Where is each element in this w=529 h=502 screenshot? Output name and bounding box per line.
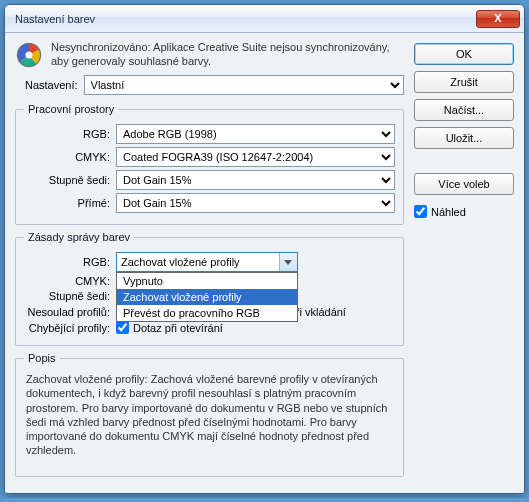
close-icon: X	[494, 13, 501, 24]
titlebar[interactable]: Nastavení barev X	[5, 5, 524, 33]
policy-rgb-option[interactable]: Vypnuto	[117, 273, 297, 289]
policy-rgb-option[interactable]: Zachovat vložené profily	[117, 289, 297, 305]
working-spaces-group: Pracovní prostory RGB: Adobe RGB (1998) …	[15, 103, 404, 225]
settings-select[interactable]: Vlastní	[84, 75, 404, 95]
ws-rgb-label: RGB:	[24, 128, 110, 140]
cancel-button[interactable]: Zrušit	[414, 71, 514, 93]
mismatch-label: Nesoulad profilů:	[24, 306, 110, 318]
ok-button[interactable]: OK	[414, 43, 514, 65]
description-legend: Popis	[24, 352, 60, 364]
missing-label: Chybějící profily:	[24, 322, 110, 334]
preview-checkbox[interactable]	[414, 205, 427, 218]
load-button[interactable]: Načíst...	[414, 99, 514, 121]
missing-ask-open-label: Dotaz při otevírání	[133, 322, 223, 334]
ws-rgb-select[interactable]: Adobe RGB (1998)	[116, 124, 395, 144]
settings-preset-row: Nastavení: Vlastní	[25, 75, 404, 95]
policy-gray-label: Stupně šedi:	[24, 290, 110, 302]
ws-gray-select[interactable]: Dot Gain 15%	[116, 170, 395, 190]
policy-rgb-value: Zachovat vložené profily	[121, 256, 240, 268]
ws-cmyk-label: CMYK:	[24, 151, 110, 163]
policy-rgb-dropdown-list: Vypnuto Zachovat vložené profily Převést…	[116, 272, 298, 322]
missing-ask-open-row[interactable]: Dotaz při otevírání	[116, 321, 223, 334]
sync-warning-icon	[15, 41, 43, 69]
ws-cmyk-select[interactable]: Coated FOGRA39 (ISO 12647-2:2004)	[116, 147, 395, 167]
policy-cmyk-label: CMYK:	[24, 275, 110, 287]
sync-status-text: Nesynchronizováno: Aplikace Creative Sui…	[51, 41, 404, 69]
preview-row[interactable]: Náhled	[414, 205, 514, 218]
chevron-down-icon	[284, 260, 292, 265]
description-text: Zachovat vložené profily: Zachová vložen…	[24, 370, 395, 468]
ws-spot-select[interactable]: Dot Gain 15%	[116, 193, 395, 213]
save-button[interactable]: Uložit...	[414, 127, 514, 149]
ws-spot-label: Přímé:	[24, 197, 110, 209]
close-button[interactable]: X	[476, 10, 520, 28]
color-settings-dialog: Nastavení barev X Nesynchronizováno: Apl…	[4, 4, 525, 494]
working-spaces-legend: Pracovní prostory	[24, 103, 118, 115]
missing-ask-open-checkbox[interactable]	[116, 321, 129, 334]
svg-point-1	[26, 52, 33, 59]
settings-label: Nastavení:	[25, 79, 78, 91]
description-group: Popis Zachovat vložené profily: Zachová …	[15, 352, 404, 477]
preview-label: Náhled	[431, 206, 466, 218]
sync-status-row: Nesynchronizováno: Aplikace Creative Sui…	[15, 41, 404, 69]
policy-rgb-label: RGB:	[24, 256, 110, 268]
window-title: Nastavení barev	[15, 13, 95, 25]
policy-rgb-option[interactable]: Převést do pracovního RGB	[117, 305, 297, 321]
color-policies-group: Zásady správy barev RGB: Zachovat vložen…	[15, 231, 404, 346]
policy-rgb-select[interactable]: Zachovat vložené profily Vypnuto Zachova…	[116, 252, 298, 272]
more-options-button[interactable]: Více voleb	[414, 173, 514, 195]
ws-gray-label: Stupně šedi:	[24, 174, 110, 186]
color-policies-legend: Zásady správy barev	[24, 231, 134, 243]
